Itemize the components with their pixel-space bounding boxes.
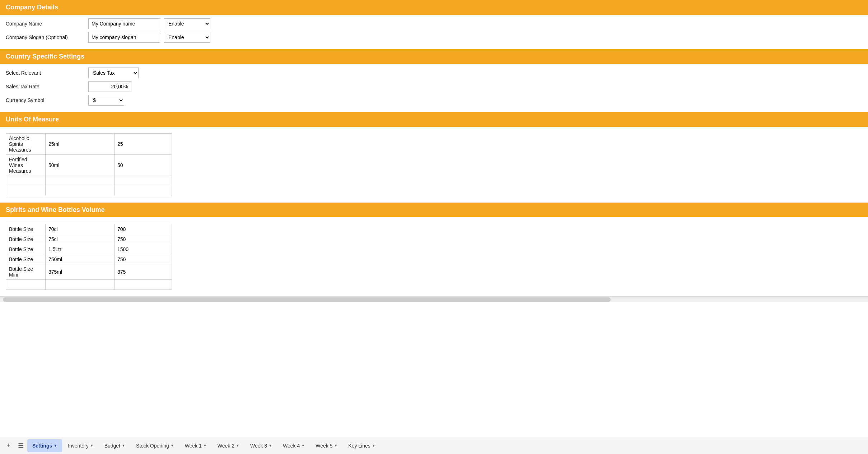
spirits-row-5-col1[interactable]: [48, 282, 111, 288]
scrollbar-area: [0, 296, 868, 302]
tab-inventory[interactable]: Inventory ▼: [63, 439, 99, 452]
tab-week4-chevron: ▼: [301, 444, 305, 448]
spirits-row-1-col2[interactable]: [117, 236, 169, 242]
tab-stock-opening[interactable]: Stock Opening ▼: [131, 439, 179, 452]
horizontal-scrollbar[interactable]: [3, 297, 611, 302]
tab-week5-chevron: ▼: [334, 444, 337, 448]
country-settings-body: Select Relevant Sales Tax VAT Sales Tax …: [0, 64, 868, 112]
tab-week4[interactable]: Week 4 ▼: [278, 439, 310, 452]
company-details-title: Company Details: [6, 4, 58, 11]
units-row-0-col1[interactable]: [48, 141, 111, 147]
tab-inventory-chevron: ▼: [90, 444, 94, 448]
table-row: [6, 186, 172, 196]
units-of-measure-body: Alcoholic Spirits Measures Fortified Win…: [0, 127, 868, 203]
units-table: Alcoholic Spirits Measures Fortified Win…: [6, 133, 172, 196]
tab-inventory-label: Inventory: [68, 443, 89, 449]
company-details-header: Company Details: [0, 0, 868, 15]
spirits-row-1-col1[interactable]: [48, 236, 111, 242]
tab-week1[interactable]: Week 1 ▼: [180, 439, 212, 452]
spirits-row-4-col2[interactable]: [117, 269, 169, 275]
company-details-section: Company Details Company Name Enable Disa…: [0, 0, 868, 49]
units-row-2-label: [6, 176, 46, 186]
company-name-row: Company Name Enable Disable: [6, 18, 862, 29]
table-row: Bottle Size Mini: [6, 264, 172, 280]
spirits-wine-header: Spirits and Wine Bottles Volume: [0, 203, 868, 217]
currency-symbol-label: Currency Symbol: [6, 97, 85, 103]
table-row: Bottle Size: [6, 254, 172, 264]
table-row: Alcoholic Spirits Measures: [6, 134, 172, 155]
add-button[interactable]: +: [3, 440, 14, 451]
units-row-3-label: [6, 186, 46, 196]
units-row-3-col2[interactable]: [117, 188, 169, 194]
menu-button[interactable]: ☰: [15, 440, 27, 451]
country-settings-title: Country Specific Settings: [6, 53, 84, 60]
spirits-wine-section: Spirits and Wine Bottles Volume Bottle S…: [0, 203, 868, 296]
sales-tax-rate-label: Sales Tax Rate: [6, 84, 85, 89]
currency-symbol-row: Currency Symbol $ € £ ¥: [6, 95, 862, 106]
company-slogan-input[interactable]: [88, 32, 160, 43]
tab-bar: + ☰ Settings ▼ Inventory ▼ Budget ▼ Stoc…: [0, 437, 868, 454]
units-row-0-label: Alcoholic Spirits Measures: [6, 134, 46, 155]
units-row-3-col1[interactable]: [48, 188, 111, 194]
spirits-row-4-col1[interactable]: [48, 269, 111, 275]
spirits-row-2-col2[interactable]: [117, 246, 169, 252]
units-of-measure-header: Units Of Measure: [0, 112, 868, 127]
main-content: Company Details Company Name Enable Disa…: [0, 0, 868, 437]
tab-week2-label: Week 2: [218, 443, 234, 449]
units-row-1-col2[interactable]: [117, 162, 169, 168]
spirits-row-0-col2[interactable]: [117, 226, 169, 232]
tab-week5[interactable]: Week 5 ▼: [311, 439, 342, 452]
spirits-row-3-label: Bottle Size: [6, 254, 46, 264]
spirits-row-4-label: Bottle Size Mini: [6, 264, 46, 280]
company-slogan-label: Company Slogan (Optional): [6, 34, 85, 40]
tab-budget[interactable]: Budget ▼: [99, 439, 130, 452]
spirits-row-2-col1[interactable]: [48, 246, 111, 252]
tab-week2[interactable]: Week 2 ▼: [213, 439, 244, 452]
tab-week3[interactable]: Week 3 ▼: [245, 439, 277, 452]
country-settings-header: Country Specific Settings: [0, 49, 868, 64]
company-details-body: Company Name Enable Disable Company Slog…: [0, 15, 868, 49]
tab-key-lines-label: Key Lines: [348, 443, 370, 449]
company-slogan-enable-select[interactable]: Enable Disable: [164, 32, 210, 43]
table-row: [6, 280, 172, 290]
company-name-input[interactable]: [88, 18, 160, 29]
tab-settings[interactable]: Settings ▼: [27, 439, 62, 452]
spirits-wine-body: Bottle Size Bottle Size Bottle Size: [0, 217, 868, 296]
tab-budget-label: Budget: [104, 443, 120, 449]
company-name-enable-select[interactable]: Enable Disable: [164, 18, 210, 29]
tab-key-lines[interactable]: Key Lines ▼: [343, 439, 380, 452]
currency-symbol-select[interactable]: $ € £ ¥: [88, 95, 124, 106]
spirits-table: Bottle Size Bottle Size Bottle Size: [6, 224, 172, 290]
tab-stock-opening-label: Stock Opening: [136, 443, 169, 449]
tab-budget-chevron: ▼: [122, 444, 125, 448]
table-row: Bottle Size: [6, 234, 172, 244]
units-of-measure-section: Units Of Measure Alcoholic Spirits Measu…: [0, 112, 868, 203]
tab-settings-label: Settings: [32, 443, 52, 449]
spirits-row-5-col2[interactable]: [117, 282, 169, 288]
spirits-row-3-col1[interactable]: [48, 256, 111, 262]
units-row-2-col1[interactable]: [48, 178, 111, 184]
units-row-0-col2[interactable]: [117, 141, 169, 147]
tab-stock-opening-chevron: ▼: [171, 444, 174, 448]
sales-tax-rate-input[interactable]: [88, 81, 131, 92]
tab-week5-label: Week 5: [316, 443, 332, 449]
units-row-1-col1[interactable]: [48, 162, 111, 168]
spirits-table-container: Bottle Size Bottle Size Bottle Size: [6, 224, 862, 290]
tab-key-lines-chevron: ▼: [372, 444, 375, 448]
spirits-row-3-col2[interactable]: [117, 256, 169, 262]
units-row-1-label: Fortified Wines Measures: [6, 155, 46, 176]
tab-week1-label: Week 1: [185, 443, 202, 449]
tab-week3-label: Week 3: [250, 443, 267, 449]
spirits-row-1-label: Bottle Size: [6, 234, 46, 244]
tab-week4-label: Week 4: [283, 443, 300, 449]
table-row: Fortified Wines Measures: [6, 155, 172, 176]
units-row-2-col2[interactable]: [117, 178, 169, 184]
tab-settings-chevron: ▼: [53, 444, 57, 448]
select-relevant-row: Select Relevant Sales Tax VAT: [6, 68, 862, 78]
select-relevant-label: Select Relevant: [6, 70, 85, 76]
tab-week2-chevron: ▼: [236, 444, 239, 448]
spirits-row-5-label: [6, 280, 46, 290]
select-relevant-select[interactable]: Sales Tax VAT: [88, 68, 139, 78]
units-of-measure-title: Units Of Measure: [6, 116, 59, 123]
spirits-row-0-col1[interactable]: [48, 226, 111, 232]
